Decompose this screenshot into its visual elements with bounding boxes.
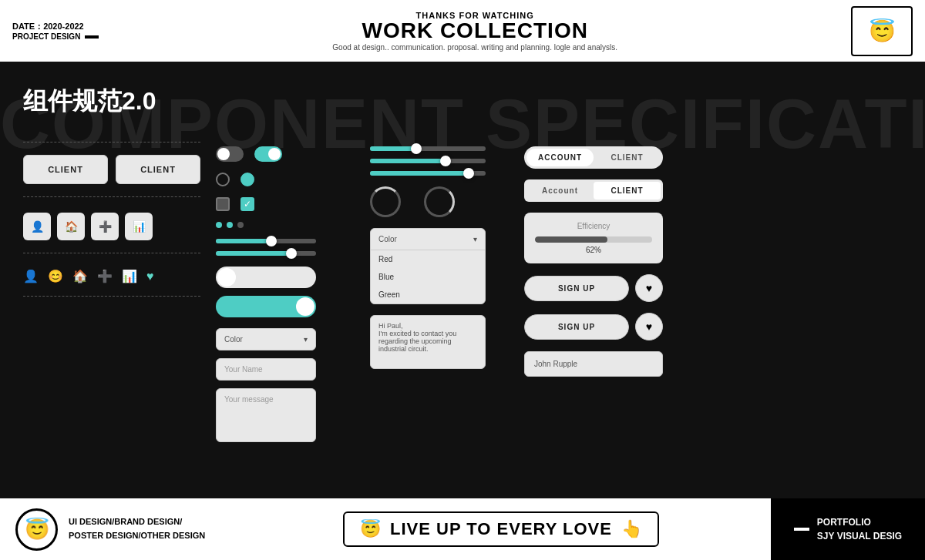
checkbox-off[interactable] [216,197,230,211]
big-toggle-on[interactable] [216,296,316,317]
tab-account-2[interactable]: Account [526,182,594,200]
dot-1[interactable] [216,222,222,228]
dropdown-color[interactable]: Color ▾ [216,328,316,350]
col2-toggles-sliders: ✓ [216,139,355,491]
slider-2[interactable] [216,251,316,256]
dropdown-chevron-icon: ▾ [473,235,477,243]
message-textarea[interactable]: Your message [216,388,316,442]
dot-2[interactable] [227,222,233,228]
divider2 [23,196,200,197]
header-bar: DATE：2020-2022 PROJECT DESIGN THANKS FOR… [0,0,925,62]
message-box: Hi Paul, I'm excited to contact you rega… [370,315,486,369]
footer-text-line2: POSTER DESIGN/OTHER DESIGN [69,529,205,543]
heart-btn-2[interactable]: ♥ [635,313,663,340]
icon-plus[interactable]: ➕ [91,213,119,240]
slider-1[interactable] [216,239,316,243]
footer-right: PORTFOLIO SJY VISUAL DESIG [771,498,925,560]
dropdown-open-header[interactable]: Color ▾ [371,229,485,250]
header-left: DATE：2020-2022 PROJECT DESIGN [12,21,99,41]
header-logo: 😇 [851,6,913,56]
toggle-off-1[interactable] [216,146,244,162]
icon-person[interactable]: 👤 [23,213,51,240]
dots-row [216,222,355,228]
tab-group-2: Account CLIENT [524,179,663,202]
signup-btn-1[interactable]: SIGN UP [524,276,629,301]
flat-home-icon[interactable]: 🏠 [72,269,88,283]
dropdown-open-color: Color ▾ Red Blue Green [370,228,486,304]
page-title: 组件规范2.0 [23,85,156,119]
dropdown-item-green[interactable]: Green [371,286,485,303]
radio-row [216,173,355,186]
header-project: PROJECT DESIGN [12,32,99,41]
footer-portfolio-text: PORTFOLIO SJY VISUAL DESIG [817,515,902,543]
slider-container [216,239,355,256]
toggle-on-1[interactable] [254,146,282,162]
project-bar [85,35,99,39]
loader-row [370,186,509,217]
prog-bar-3[interactable] [370,171,486,176]
col4-tabs-forms: ACCOUNT CLIENT Account CLIENT Efficiency… [524,139,678,491]
main-area: COMPONENT SPECIFICATIONS 组件规范2.0 CLIENT … [0,62,925,498]
tab-client[interactable]: CLIENT [594,149,661,166]
big-toggle-off[interactable] [216,267,316,288]
efficiency-bar[interactable] [535,236,652,243]
efficiency-label: Efficiency [535,222,652,230]
icon-row-flat: 👤 😊 🏠 ➕ 📊 ♥ [23,269,200,283]
form-area: Color ▾ Your Name Your message [216,328,355,442]
prog-bar-2[interactable] [370,159,486,163]
header-subtitle: Good at design.. communication. proposal… [99,43,851,52]
footer-portfolio-line2: SJY VISUAL DESIG [817,529,902,543]
signup-row-2: SIGN UP ♥ [524,313,663,340]
progress-bars [370,146,509,176]
flat-heart-icon[interactable]: ♥ [146,270,154,283]
tab-client-2[interactable]: CLIENT [594,182,661,200]
footer-bar: 😇 UI DESIGN/BRAND DESIGN/ POSTER DESIGN/… [0,498,925,560]
icon-chart[interactable]: 📊 [125,213,153,240]
spinner-1 [370,186,401,217]
heart-btn-1[interactable]: ♥ [635,274,663,302]
footer-left: 😇 UI DESIGN/BRAND DESIGN/ POSTER DESIGN/… [0,508,231,551]
icon-home[interactable]: 🏠 [57,213,85,240]
footer-hand-icon: 👆 [621,519,642,539]
name-input[interactable]: John Rupple [524,351,663,377]
client-btn-2[interactable]: CLIENT [116,155,200,184]
chevron-down-icon: ▾ [304,335,308,344]
flat-plus-icon[interactable]: ➕ [97,269,113,283]
header-logo-icon: 😇 [869,18,896,44]
tab-account[interactable]: ACCOUNT [526,149,594,166]
col3-loaders-dropdowns: Color ▾ Red Blue Green Hi Paul, I'm exci… [370,139,509,491]
flat-person-icon[interactable]: 👤 [23,269,39,283]
flat-chart-icon[interactable]: 📊 [122,269,137,283]
toggle-row [216,146,355,162]
efficiency-percent: 62% [535,246,652,254]
spinner-2 [424,186,455,217]
radio-on[interactable] [240,173,254,186]
header-center: THANKS FOR WATCHING WORK COLLECTION Good… [99,11,851,52]
prog-bar-1[interactable] [370,146,486,151]
dropdown-item-blue[interactable]: Blue [371,268,485,286]
footer-portfolio-line1: PORTFOLIO [817,515,902,529]
divider3 [23,253,200,253]
footer-slogan-text: LIVE UP TO EVERY LOVE [390,519,612,539]
footer-portfolio-bar [794,528,809,531]
header-work-collection: WORK COLLECTION [99,20,851,42]
your-name-input[interactable]: Your Name [216,358,316,381]
footer-text: UI DESIGN/BRAND DESIGN/ POSTER DESIGN/OT… [69,515,205,542]
big-toggle-row [216,267,355,317]
flat-smile-icon[interactable]: 😊 [48,269,63,283]
checkbox-on[interactable]: ✓ [240,197,254,211]
efficiency-box: Efficiency 62% [524,213,663,263]
signup-row-1: SIGN UP ♥ [524,274,663,302]
dropdown-item-red[interactable]: Red [371,250,485,268]
footer-logo: 😇 [15,508,58,551]
signup-btn-2[interactable]: SIGN UP [524,314,629,340]
checkbox-row: ✓ [216,197,355,211]
dot-3[interactable] [237,222,244,228]
footer-text-line1: UI DESIGN/BRAND DESIGN/ [69,515,205,529]
footer-slogan-box: 😇 LIVE UP TO EVERY LOVE 👆 [343,511,659,547]
icon-row-boxed: 👤 🏠 ➕ 📊 [23,213,200,240]
footer-slogan-icon: 😇 [360,519,381,539]
client-btn-1[interactable]: CLIENT [23,155,108,184]
tab-group-1: ACCOUNT CLIENT [524,146,663,169]
radio-off[interactable] [216,173,230,186]
